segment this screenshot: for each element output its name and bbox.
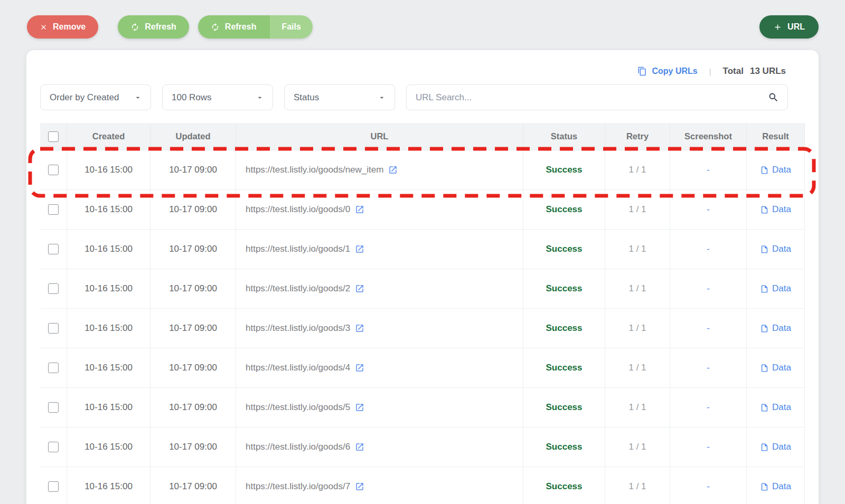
- created-cell: 10-16 15:00: [67, 348, 151, 388]
- screenshot-cell[interactable]: -: [670, 190, 747, 230]
- updated-cell: 10-17 09:00: [151, 427, 236, 467]
- external-link-icon: [355, 284, 364, 293]
- url-text: https://test.listly.io/goods/3: [246, 323, 350, 334]
- created-cell: 10-16 15:00: [67, 427, 151, 467]
- updated-cell: 10-17 09:00: [151, 467, 236, 504]
- remove-button-label: Remove: [53, 22, 86, 32]
- header-status: Status: [523, 123, 605, 150]
- screenshot-cell[interactable]: -: [670, 309, 747, 348]
- table-row: 10-16 15:00 10-17 09:00 https://test.lis…: [40, 269, 805, 309]
- refresh-button[interactable]: Refresh: [118, 15, 189, 39]
- refresh-fails-fails-segment[interactable]: Fails: [270, 15, 312, 39]
- data-link[interactable]: Data: [760, 402, 791, 413]
- data-link-label: Data: [772, 481, 791, 492]
- screenshot-cell[interactable]: -: [670, 427, 747, 467]
- url-link[interactable]: https://test.listly.io/goods/0: [246, 204, 364, 215]
- copy-urls-button[interactable]: Copy URLs: [637, 66, 697, 76]
- screenshot-cell[interactable]: -: [670, 230, 747, 269]
- url-text: https://test.listly.io/goods/2: [246, 283, 350, 294]
- data-link[interactable]: Data: [760, 481, 791, 492]
- row-checkbox[interactable]: [48, 165, 59, 175]
- row-checkbox-cell: [40, 190, 67, 230]
- retry-cell: 1 / 1: [605, 427, 670, 467]
- url-link[interactable]: https://test.listly.io/goods/3: [246, 323, 364, 334]
- url-link[interactable]: https://test.listly.io/goods/5: [246, 402, 364, 413]
- file-icon: [760, 443, 769, 452]
- result-cell: Data: [747, 190, 805, 230]
- select-all-cell: [40, 123, 67, 150]
- external-link-icon: [355, 442, 364, 452]
- screenshot-cell[interactable]: -: [670, 348, 747, 388]
- data-link[interactable]: Data: [760, 363, 791, 373]
- remove-button[interactable]: Remove: [27, 15, 98, 39]
- result-cell: Data: [747, 348, 805, 388]
- created-cell: 10-16 15:00: [67, 150, 151, 190]
- url-link[interactable]: https://test.listly.io/goods/7: [246, 481, 364, 492]
- table-row: 10-16 15:00 10-17 09:00 https://test.lis…: [40, 309, 805, 348]
- copy-urls-label: Copy URLs: [652, 66, 697, 76]
- url-search-input[interactable]: [416, 92, 768, 103]
- screenshot-cell[interactable]: -: [670, 388, 747, 427]
- url-link[interactable]: https://test.listly.io/goods/2: [246, 283, 364, 294]
- data-link[interactable]: Data: [760, 442, 791, 452]
- url-cell: https://test.listly.io/goods/new_item: [236, 150, 523, 190]
- file-icon: [760, 245, 769, 254]
- status-cell: Success: [523, 309, 605, 348]
- refresh-fails-fails-label: Fails: [281, 22, 301, 32]
- url-link[interactable]: https://test.listly.io/goods/new_item: [246, 165, 398, 175]
- chevron-down-icon: [378, 93, 386, 102]
- data-link-label: Data: [772, 323, 791, 334]
- status-cell: Success: [523, 348, 605, 388]
- add-url-button[interactable]: URL: [759, 15, 819, 39]
- url-link[interactable]: https://test.listly.io/goods/4: [246, 363, 364, 373]
- screenshot-cell[interactable]: -: [670, 269, 747, 309]
- url-link[interactable]: https://test.listly.io/goods/1: [246, 244, 364, 254]
- search-icon[interactable]: [768, 92, 779, 103]
- refresh-fails-refresh-segment[interactable]: Refresh: [198, 15, 270, 39]
- url-text: https://test.listly.io/goods/5: [246, 402, 350, 413]
- data-link[interactable]: Data: [760, 244, 791, 254]
- status-filter-dropdown-value: Status: [294, 92, 319, 103]
- table-row: 10-16 15:00 10-17 09:00 https://test.lis…: [40, 190, 805, 230]
- url-cell: https://test.listly.io/goods/1: [236, 230, 523, 269]
- external-link-icon: [388, 165, 398, 175]
- meta-divider: |: [709, 67, 711, 76]
- url-cell: https://test.listly.io/goods/7: [236, 467, 523, 504]
- data-link[interactable]: Data: [760, 283, 791, 294]
- result-cell: Data: [747, 467, 805, 504]
- row-checkbox[interactable]: [48, 204, 59, 215]
- status-cell: Success: [523, 230, 605, 269]
- status-filter-dropdown[interactable]: Status: [284, 84, 395, 110]
- data-link[interactable]: Data: [760, 204, 791, 215]
- header-url: URL: [236, 123, 523, 150]
- status-cell: Success: [523, 190, 605, 230]
- screenshot-cell[interactable]: -: [670, 467, 747, 504]
- meta-row: Copy URLs | Total 13 URLs: [40, 64, 786, 78]
- row-checkbox[interactable]: [48, 363, 59, 373]
- refresh-button-label: Refresh: [145, 22, 176, 32]
- order-by-dropdown[interactable]: Order by Created: [40, 84, 151, 110]
- retry-cell: 1 / 1: [605, 230, 670, 269]
- file-icon: [760, 205, 769, 214]
- row-checkbox[interactable]: [48, 442, 59, 452]
- url-link[interactable]: https://test.listly.io/goods/6: [246, 442, 364, 452]
- updated-cell: 10-17 09:00: [151, 348, 236, 388]
- data-link[interactable]: Data: [760, 165, 791, 175]
- external-link-icon: [355, 244, 364, 254]
- screenshot-cell[interactable]: -: [670, 150, 747, 190]
- row-checkbox[interactable]: [48, 323, 59, 334]
- row-checkbox-cell: [40, 467, 67, 504]
- chevron-down-icon: [134, 93, 142, 102]
- rows-per-page-dropdown[interactable]: 100 Rows: [162, 84, 273, 110]
- data-link[interactable]: Data: [760, 323, 791, 334]
- row-checkbox[interactable]: [48, 283, 59, 294]
- status-cell: Success: [523, 269, 605, 309]
- row-checkbox[interactable]: [48, 244, 59, 254]
- select-all-checkbox[interactable]: [48, 131, 59, 142]
- row-checkbox[interactable]: [48, 402, 59, 413]
- status-cell: Success: [523, 467, 605, 504]
- row-checkbox[interactable]: [48, 481, 59, 492]
- retry-cell: 1 / 1: [605, 190, 670, 230]
- retry-cell: 1 / 1: [605, 150, 670, 190]
- result-cell: Data: [747, 388, 805, 427]
